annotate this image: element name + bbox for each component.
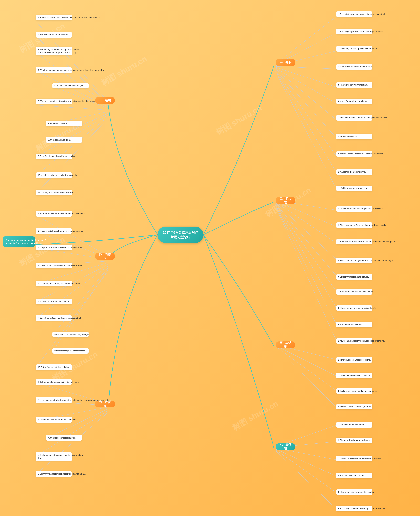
leaf-jiewei-11: 11.Frommypointofview,itwouldbebetterif..… [36,190,72,195]
leaf-bijiao-5: 5.Forallthedsadvantages,ithasitscompensa… [336,258,372,263]
svg-line-32 [276,68,336,103]
leaf-fandui-5: 5.Suchastatementmainlyrestsontheassurmpt… [36,452,72,461]
svg-line-42 [276,204,336,276]
watermark-2: 树图 shuru.cn [99,54,149,88]
center-title: 2017年6月英语六级写作 常用句型总结 [163,230,198,239]
svg-line-35 [276,71,336,156]
leaf-fandui-4: 4.Itmakesnosensetoarguefor... [46,435,82,441]
leaf-kaijian-5: 5.There'snodeniyingthefactthat... [336,82,372,88]
leaf-kaijian-8: 8.Itiswell-knownthat... [336,134,372,139]
svg-line-5 [36,105,108,110]
leaf-bijiao-10: 10.Evidently,ithasbothnegativeandpositiv… [336,338,372,344]
leaf-jiewei-9: 9.Therefore,inmyopinion,it'smoreadvisabl… [36,154,72,159]
svg-line-50 [276,347,336,407]
leaf-jieguo-4: 4.Itsconsequencecanbesogreatthat... [336,404,372,409]
leaf-kaijian-3: 3.Nowadaysthereisagrowingconcernover... [336,46,372,52]
leaf-yuanyin-3: 3.Thephenomenonmainlystemsfromthefacttha… [36,245,72,250]
watermark-4: 树图 shuru.cn [214,103,264,137]
svg-line-54 [276,449,336,476]
branch-biaozhenming: 七、表证明 [276,443,295,450]
branch-biaozhenming-label: 七、表证明 [278,443,293,451]
leaf-fandui-2: 2.Thereisagrainoftruthinthesestatements,… [36,397,72,403]
leaf-kaijian-10: 10.Accordingtoarecentsurvey,... [336,169,372,175]
leaf-bijiao-1: 1.Theadvantagesfaroutweighthedisadvantag… [336,206,372,212]
leaf-jiewei-4: 4.Withtheeffortsofallpartsconcerned,thep… [36,67,72,73]
branch-jiewei-label: 二、结尾 [99,98,111,102]
leaf-yuanyin-6: 6.Partoftheexplanationsforitisthat... [36,299,72,304]
branch-biaojieguo: 五、表结果 [276,341,295,348]
svg-line-45 [276,206,336,324]
branch-biaobijiao: 三、表比较 [276,197,295,204]
svg-line-27 [276,16,336,64]
root-left-label: Anumberoffactorsmightcontributeto(leadto… [6,239,46,245]
leaf-zhenming-3: 3.Unfortunately,noneoftheavailabledatash… [336,455,372,461]
svg-line-56 [276,451,336,509]
svg-line-46 [276,207,336,341]
leaf-kaijian-2: 2.Recentlytheproblemhasbeenbroughtintofo… [336,29,372,34]
branch-biaojieguo-label: 五、表结果 [278,341,293,349]
leaf-kaijian-4: 4.Whatcallsforspecialattentionisthat... [336,64,372,69]
leaf-yuanyin-2: 2.Theanswertothisprobleminvolvesmanyfact… [36,228,72,234]
branch-biaoyuanyin-label: 四、表原因 [98,252,112,260]
svg-line-40 [276,202,336,243]
branch-biaofandui: 六、表反驳 [95,400,115,408]
svg-line-34 [276,70,336,138]
leaf-bijiao-7: 7.AandBhaveseveralpointsincommon. [336,289,372,294]
leaf-jiewei-6: 6.Whetheritisgoodornot/positiveornegativ… [36,99,72,104]
svg-line-30 [276,67,336,69]
svg-line-48 [276,346,336,376]
leaf-jiewei-3: 3.Insummary,ifwecontinuetoignoretheabove… [36,47,72,55]
leaf-kaijian-6: 6.what'sfarmoreimportantisthat... [336,99,372,104]
center-node: 2017年6月英语六级写作 常用句型总结 [158,227,203,243]
leaf-bijiao-3: 3.AmaybepreferabletoB,butAsuffersfromthe… [336,239,372,245]
leaf-bijiao-2: 2.TheadvantagesofAaremuchgreatertthanhos… [336,223,372,228]
svg-line-49 [276,347,336,391]
branch-biaofandui-label: 六、表反驳 [98,400,112,408]
leaf-fandui-1: 1.Itistruethat...butonevialpointisbeingl… [36,379,72,385]
leaf-jiewei-5: 5.Takingalltheseintoaccoun,we... [52,83,89,88]
svg-line-39 [276,201,336,227]
svg-line-24 [46,409,108,438]
leaf-yuanyin-7: 7.Oneofthemostcommonfactors(causes)istha… [36,315,72,321]
leaf-jiewei-8: 8.Itmaybesafelysaidthat... [46,137,82,143]
svg-line-36 [276,71,336,172]
leaf-yuanyin-10: 10.Butthefundamentalcauseisthat... [36,364,72,370]
leaf-bijiao-9: 9.AandBdifferinseveralways. [336,322,372,327]
leaf-kaijian-9: 9.Manynationshavebeenfacedwiththeproblem… [336,151,372,157]
root-left-node: Anumberoffactorsmightcontributeto(leadto… [3,236,35,247]
branch-biaobijiao-label: 三、表比较 [278,197,293,204]
leaf-fandui-6: 6.Contraryrtowhattiswidelyaccepted,Imain… [36,471,72,477]
leaf-jiewei-7: 7.Allthingsconsidered,... [46,121,82,126]
leaf-jiewei-1: 1.Fromwhathasbeendiscussedabove,wecandra… [36,15,72,20]
svg-line-17 [36,266,108,318]
branch-kaijian-label: 一、开头 [280,61,291,64]
svg-line-43 [276,204,336,291]
leaf-zhenming-5: 5.Thereissufficientevidencetoshowthat_ [336,489,372,495]
leaf-kaijian-1: 1.Recentlythephenomenonhasbecomeaheatdto… [336,11,372,17]
leaf-zhenming-1: 1.Noonecandenythefactthat... [336,422,372,428]
leaf-jieguo-3: 3.Itwillexerciseaprofoundinfluenceupon..… [336,388,372,394]
leaf-kaijian-11: 11.Withtherapiddevelopmentof...... [336,185,372,191]
leaf-jieguo-1: 1.Itmaygiverisetoahostofproblems. [336,357,372,363]
leaf-fandui-3: 3.Manyofushavebeenundertheillusionthat..… [36,417,72,423]
leaf-jiewei-10: 10.Itcanbeconcludedfromthediscussionthat… [36,172,72,178]
svg-line-33 [276,69,336,120]
svg-line-55 [276,450,336,493]
svg-line-31 [276,67,336,87]
svg-line-44 [276,205,336,308]
leaf-jieguo-2: 2.Theimmediateresultitproducesis... [336,373,372,378]
leaf-yuanyin-5: 5.Thechangein...largelyresultsfromthefac… [36,281,72,286]
leaf-zhenming-4: 4.Recentstudiesindicatethat... [336,473,372,478]
svg-line-37 [276,72,336,189]
leaf-yuanyin-9: 9.Perhapstheprimaryfactoristhat... [52,348,89,354]
watermark-8: 树图 shuru.cn [231,398,280,433]
svg-line-41 [276,203,336,259]
leaf-bijiao-8: 8.However,thesameisnottapplicabletoB. [336,305,372,311]
leaf-zhenming-6: 6.Accordingtostatisticsprovedby...,itcan… [336,506,372,511]
leaf-jiewei-2: 2.Inconclusion,itisimperativethat... [36,32,72,38]
branch-jiewei: 二、结尾 [95,97,115,104]
leaf-yuanyin-1: 1.Anumberoffactorsareaccountableforthiss… [36,211,72,216]
leaf-yuanyin-4: 4.Thefactorsthatcontributetothissituatio… [36,263,72,268]
leaf-yuanyin-8: 8.Anothercontributingfactor(cause)is... [52,332,89,337]
leaf-kaijian-7: 7.Itiscommonknowledgethathonestysisthebe… [336,115,372,121]
